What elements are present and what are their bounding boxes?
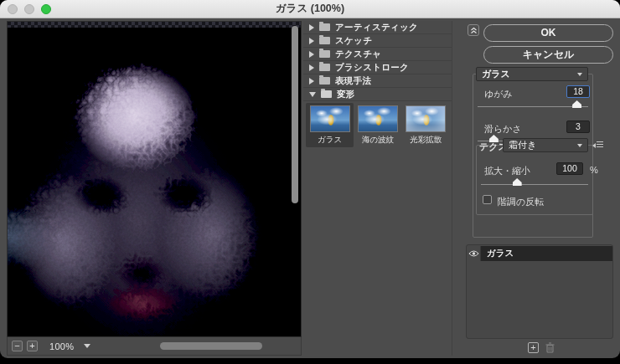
texture-select-dropdown[interactable]: 霜付き xyxy=(503,138,588,152)
disclosure-triangle-icon[interactable] xyxy=(309,64,314,71)
scaling-value-field[interactable]: 100 xyxy=(556,162,583,175)
filter-thumbnail-strip: ガラス 海の波紋 光彩拡散 xyxy=(303,101,452,147)
transparency-checker-strip xyxy=(8,22,301,28)
folder-icon xyxy=(319,77,330,85)
scaling-unit-label: % xyxy=(590,165,598,175)
double-chevron-up-icon xyxy=(470,27,478,34)
traffic-lights xyxy=(8,4,51,14)
layer-visibility-cell[interactable] xyxy=(467,246,481,261)
menu-triangle-icon xyxy=(592,143,596,148)
filter-category-brush-strokes[interactable]: ブラシストローク xyxy=(303,61,452,74)
disclosure-triangle-icon[interactable] xyxy=(309,51,314,58)
smoothness-value-field[interactable]: 3 xyxy=(566,120,590,133)
smoothness-label: 滑らかさ xyxy=(484,123,522,136)
disclosure-triangle-open-icon[interactable] xyxy=(309,92,316,97)
filter-browser: アーティスティック スケッチ テクスチャ ブラシストローク 表現手法 変形 xyxy=(303,21,452,356)
slider-thumb[interactable] xyxy=(513,178,522,186)
glass-thumbnail-image xyxy=(310,105,350,132)
minimize-button[interactable] xyxy=(24,4,34,14)
eye-icon xyxy=(468,250,479,257)
zoom-out-button[interactable]: − xyxy=(12,341,23,351)
effect-layer-row[interactable]: ガラス xyxy=(467,246,612,261)
filter-category-sketch[interactable]: スケッチ xyxy=(303,34,452,48)
filter-thumb-glass[interactable]: ガラス xyxy=(306,103,354,147)
filter-select-dropdown[interactable]: ガラス xyxy=(476,67,588,81)
diffuse-glow-thumbnail-image xyxy=(406,105,446,132)
scaling-slider[interactable] xyxy=(481,178,588,187)
ocean-ripple-thumbnail-image xyxy=(358,105,398,132)
menu-lines-icon xyxy=(597,141,603,149)
ok-button[interactable]: OK xyxy=(483,24,613,42)
texture-select-value: 霜付き xyxy=(509,139,536,151)
delete-effect-layer-trash-icon[interactable] xyxy=(545,342,555,353)
zoom-level-chevron-down-icon[interactable] xyxy=(84,344,90,348)
folder-icon xyxy=(319,50,330,58)
slider-track xyxy=(481,184,588,185)
settings-panel: OK キャンセル ガラス ゆがみ 18 滑らかさ 3 テクスチャ : 霜付き xyxy=(466,21,615,356)
preview-zoom-bar: − + 100% xyxy=(7,337,302,356)
filter-thumb-diffuse-glow[interactable]: 光彩拡散 xyxy=(402,103,450,147)
close-button[interactable] xyxy=(8,4,18,14)
fullscreen-button[interactable] xyxy=(41,4,51,14)
disclosure-triangle-icon[interactable] xyxy=(309,24,314,31)
effect-layers-panel: ガラス xyxy=(466,244,613,339)
folder-icon xyxy=(319,37,330,44)
folder-icon xyxy=(319,23,330,31)
distortion-value-field[interactable]: 18 xyxy=(566,85,590,98)
distortion-slider[interactable] xyxy=(478,100,588,109)
chevron-down-icon xyxy=(577,73,582,76)
texture-options-menu-icon[interactable] xyxy=(592,141,603,150)
zoom-level-value[interactable]: 100% xyxy=(49,341,74,351)
disclosure-triangle-icon[interactable] xyxy=(309,78,314,85)
preview-pane: − + 100% xyxy=(7,21,302,356)
slider-track xyxy=(478,106,588,107)
scaling-label: 拡大・縮小 xyxy=(484,165,530,177)
filter-category-artistic[interactable]: アーティスティック xyxy=(303,21,452,34)
filter-category-distort[interactable]: 変形 xyxy=(303,88,452,101)
filter-category-stylize[interactable]: 表現手法 xyxy=(303,74,452,88)
effect-layer-name: ガラス xyxy=(481,246,612,261)
cancel-button[interactable]: キャンセル xyxy=(483,46,613,64)
open-folder-icon xyxy=(321,90,332,98)
filter-gallery-dialog: ガラス (100%) − + 100% xyxy=(0,0,620,358)
new-effect-layer-button[interactable]: + xyxy=(528,342,539,353)
preview-canvas[interactable] xyxy=(7,21,302,337)
folder-icon xyxy=(319,64,330,71)
effect-layer-buttons: + xyxy=(528,342,555,353)
zoom-in-button[interactable]: + xyxy=(27,341,38,351)
slider-thumb[interactable] xyxy=(572,100,581,108)
title-bar: ガラス (100%) xyxy=(0,0,620,18)
chevron-down-icon xyxy=(577,144,582,147)
filter-thumb-ocean-ripple[interactable]: 海の波紋 xyxy=(354,103,401,147)
invert-checkbox[interactable] xyxy=(483,195,492,204)
invert-label: 階調の反転 xyxy=(498,196,544,208)
preview-vertical-scrollbar[interactable] xyxy=(292,26,298,203)
window-title: ガラス (100%) xyxy=(0,0,620,18)
preview-image xyxy=(7,21,302,337)
collapse-panel-button[interactable] xyxy=(468,24,479,36)
preview-horizontal-scrollbar[interactable] xyxy=(160,342,262,350)
distortion-label: ゆがみ xyxy=(484,88,513,100)
filter-category-texture[interactable]: テクスチャ xyxy=(303,48,452,61)
filter-select-value: ガラス xyxy=(482,68,510,80)
disclosure-triangle-icon[interactable] xyxy=(309,38,314,44)
